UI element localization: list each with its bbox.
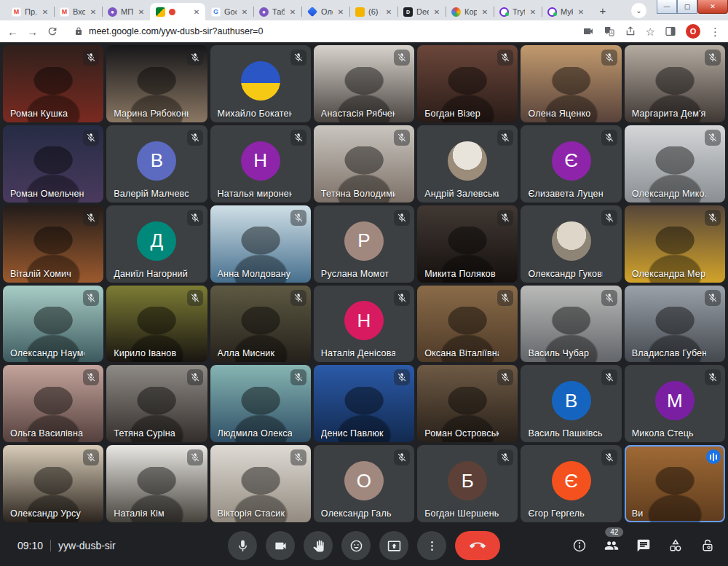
maximize-button[interactable]: ▢ — [677, 0, 697, 14]
browser-tab[interactable]: DDee...✕ — [397, 3, 446, 20]
participant-tile[interactable]: Роман Кушка — [3, 45, 103, 122]
participant-tile[interactable]: Олександр Мико... — [625, 125, 725, 203]
minimize-button[interactable]: — — [657, 0, 677, 14]
bookmark-star-icon[interactable]: ☆ — [646, 26, 655, 37]
tab-search-chevron-icon[interactable]: ⌄ — [631, 3, 646, 18]
tab-close-icon[interactable]: ✕ — [336, 8, 345, 16]
back-icon[interactable]: ← — [7, 26, 18, 37]
share-icon[interactable] — [625, 25, 636, 37]
browser-tab[interactable]: ✕ — [150, 3, 205, 20]
participant-tile[interactable]: Олена Яценко — [521, 45, 621, 122]
participant-tile[interactable]: ННаталія Денісова — [314, 286, 414, 363]
browser-tab[interactable]: Tryf...✕ — [494, 3, 542, 20]
participant-tile[interactable]: ББогдан Шершень — [417, 445, 518, 522]
participant-tile[interactable]: ННаталья миронен... — [210, 125, 311, 203]
participant-tile[interactable]: Тетяна Володими... — [314, 125, 414, 203]
participant-tile[interactable]: Кирило Іванов — [106, 286, 207, 363]
participant-tile[interactable]: Тетяна Суріна — [106, 365, 207, 442]
reactions-button[interactable] — [341, 531, 371, 560]
mic-off-icon — [497, 210, 513, 226]
participant-tile[interactable]: Олександр Урсу — [3, 445, 103, 522]
activities-button[interactable] — [668, 538, 683, 553]
tab-close-icon[interactable]: ✕ — [137, 8, 146, 16]
participant-tile[interactable]: ММикола Стець — [625, 365, 725, 442]
participant-tile[interactable]: Вікторія Стасик — [210, 445, 311, 522]
mic-button[interactable] — [228, 531, 257, 560]
participant-tile[interactable]: Роман Островськ... — [417, 365, 518, 442]
participant-tile[interactable]: Владислав Губенко — [625, 286, 725, 363]
participant-tile[interactable]: ЄЄлизавета Луцен... — [521, 125, 621, 203]
address-bar[interactable]: meet.google.com/yyw-dusb-sir?authuser=0 — [67, 23, 574, 40]
reload-icon[interactable] — [47, 25, 58, 37]
participant-tile[interactable]: Василь Чубар — [521, 286, 621, 363]
browser-tab[interactable]: Myk...✕ — [542, 3, 590, 20]
present-button[interactable] — [379, 531, 408, 560]
browser-tab[interactable]: Кор...✕ — [446, 3, 494, 20]
browser-tab[interactable]: Оле...✕ — [301, 3, 349, 20]
participant-tile[interactable]: Богдан Візер — [417, 45, 518, 122]
participant-tile[interactable]: Олександр Науме... — [3, 286, 103, 363]
participant-tile[interactable]: Оксана Віталіївна... — [417, 286, 518, 363]
meeting-details-button[interactable] — [572, 538, 587, 553]
close-window-button[interactable]: ✕ — [697, 0, 728, 14]
participant-tile[interactable]: Роман Омельченко — [3, 125, 103, 203]
participant-tile[interactable]: Денис Павлюк — [314, 365, 414, 442]
tab-close-icon[interactable]: ✕ — [577, 8, 585, 16]
participant-tile[interactable]: ЄЄгор Гергель — [521, 445, 621, 522]
tab-close-icon[interactable]: ✕ — [529, 8, 537, 16]
participant-tile[interactable]: Маргарита Дем'я... — [625, 45, 725, 122]
participant-tile[interactable]: Олександра Мер... — [625, 205, 725, 283]
participant-tile[interactable]: Михайло Бокатен... — [210, 45, 311, 122]
chat-button[interactable] — [636, 538, 651, 553]
participant-tile[interactable]: Микита Поляков — [417, 205, 518, 283]
tab-close-icon[interactable]: ✕ — [240, 8, 249, 16]
avatar: В — [552, 381, 591, 420]
tab-close-icon[interactable]: ✕ — [41, 8, 50, 16]
browser-tab[interactable]: ●Табе...✕ — [253, 3, 301, 20]
lock-icon — [74, 27, 83, 36]
tab-label: Кор... — [464, 7, 477, 16]
participant-tile[interactable]: ВВалерій Малчевс... — [106, 125, 207, 203]
browser-tab[interactable]: ●МП...✕ — [102, 3, 150, 20]
translate-icon[interactable]: A — [604, 25, 615, 37]
side-panel-icon[interactable] — [665, 25, 676, 37]
participant-tile[interactable]: Алла Мисник — [210, 286, 311, 363]
browser-tab[interactable]: MВхо...✕ — [54, 3, 102, 20]
participant-tile[interactable]: ДДаниїл Нагорний — [106, 205, 207, 283]
more-options-button[interactable] — [417, 531, 446, 560]
raise-hand-button[interactable] — [304, 531, 333, 560]
participant-tile[interactable]: Ольга Василівна ... — [3, 365, 103, 442]
participant-tile[interactable]: Наталія Кім — [106, 445, 207, 522]
browser-tab[interactable]: GGoo...✕ — [205, 3, 253, 20]
participant-tile[interactable]: РРуслана Момот — [314, 205, 414, 283]
browser-tab[interactable]: (6) М...✕ — [349, 3, 397, 20]
tab-close-icon[interactable]: ✕ — [89, 8, 98, 16]
browser-menu-icon[interactable]: ⋮ — [710, 26, 721, 37]
host-controls-button[interactable] — [700, 538, 715, 553]
camera-access-icon[interactable] — [582, 25, 594, 37]
participants-button[interactable]: 42 — [604, 538, 619, 553]
new-tab-button[interactable]: + — [594, 1, 612, 19]
camera-button[interactable] — [266, 531, 295, 560]
tab-close-icon[interactable]: ✕ — [480, 8, 489, 16]
end-call-button[interactable] — [455, 531, 500, 560]
participant-tile[interactable]: Анастасія Рябчен... — [314, 45, 414, 122]
forward-icon[interactable]: → — [27, 26, 38, 37]
participant-tile[interactable]: Людмила Олекса... — [210, 365, 311, 442]
mic-off-icon — [394, 369, 410, 385]
participant-tile[interactable]: Віталій Хомич — [3, 205, 103, 283]
participant-tile[interactable]: Андрій Залевський — [417, 125, 518, 203]
tab-close-icon[interactable]: ✕ — [432, 8, 441, 16]
profile-avatar[interactable]: O — [686, 24, 700, 39]
self-view-tile[interactable]: Ви — [625, 445, 725, 522]
participant-tile[interactable]: Олександр Гукович — [521, 205, 621, 283]
tab-close-icon[interactable]: ✕ — [192, 8, 201, 16]
mic-off-icon — [290, 290, 306, 306]
tab-close-icon[interactable]: ✕ — [384, 8, 393, 16]
browser-tab[interactable]: MПр...✕ — [6, 3, 54, 20]
tab-close-icon[interactable]: ✕ — [288, 8, 297, 16]
participant-tile[interactable]: ООлександр Галь — [314, 445, 414, 522]
participant-tile[interactable]: Анна Молдовану — [210, 205, 311, 283]
participant-tile[interactable]: Марина Рябоконь — [106, 45, 207, 122]
participant-tile[interactable]: ВВасиль Пашківськ... — [521, 365, 621, 442]
